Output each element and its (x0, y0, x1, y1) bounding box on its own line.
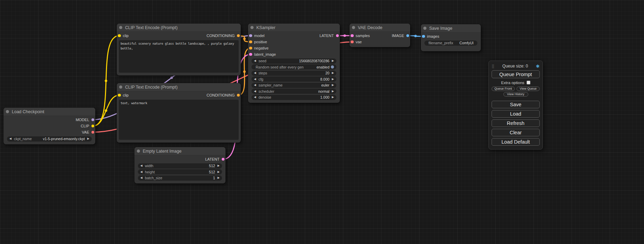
queue-menu-panel[interactable]: ⣿ Queue size: 0 ✱ Queue Prompt Extra opt… (488, 61, 543, 150)
slot-dot[interactable] (222, 158, 225, 161)
slot-dot[interactable] (91, 118, 95, 121)
input-slot-images[interactable]: images (422, 34, 439, 38)
collapse-dot-icon[interactable] (6, 110, 9, 113)
widget-height[interactable]: ◀ height 512 ▶ (138, 169, 222, 174)
node-clip-text-encode-negative[interactable]: CLIP Text Encode (Prompt) clip CONDITION… (117, 83, 241, 143)
node-header[interactable]: CLIP Text Encode (Prompt) (117, 24, 241, 32)
view-history-button[interactable]: View History (503, 92, 528, 97)
increment-arrow-icon[interactable]: ▶ (332, 60, 334, 62)
output-slot-conditioning[interactable]: CONDITIONING (206, 34, 240, 38)
slot-dot[interactable] (351, 40, 354, 44)
node-vae-decode[interactable]: VAE Decode samples IMAGE vae (350, 24, 410, 47)
queue-front-button[interactable]: Queue Front (492, 87, 515, 91)
node-graph-canvas[interactable]: Load Checkpoint MODEL CLIP VAE (0, 0, 644, 244)
slot-dot[interactable] (249, 40, 252, 44)
prev-arrow-icon[interactable]: ◀ (254, 84, 256, 87)
widget-cfg[interactable]: ◀ cfg 8.000 ▶ (252, 76, 336, 82)
input-slot-latent-image[interactable]: latent_image (249, 52, 276, 56)
drag-handle-icon[interactable]: ⣿ (492, 64, 494, 69)
save-button[interactable]: Save (492, 101, 540, 108)
increment-arrow-icon[interactable]: ▶ (218, 177, 220, 179)
increment-arrow-icon[interactable]: ▶ (218, 171, 220, 173)
queue-prompt-button[interactable]: Queue Prompt (492, 70, 540, 78)
decrement-arrow-icon[interactable]: ◀ (140, 171, 142, 173)
widget-width[interactable]: ◀ width 512 ▶ (138, 163, 222, 169)
output-slot-latent[interactable]: LATENT (205, 157, 224, 161)
node-header[interactable]: Load Checkpoint (3, 108, 95, 116)
slot-dot[interactable] (237, 94, 240, 97)
output-slot-model[interactable]: MODEL (76, 118, 94, 122)
node-clip-text-encode-positive[interactable]: CLIP Text Encode (Prompt) clip CONDITION… (117, 24, 241, 75)
slot-dot[interactable] (118, 94, 121, 97)
node-save-image[interactable]: Save Image images filename_prefix ComfyU… (421, 24, 481, 51)
widget-batch-size[interactable]: ◀ batch_size 1 ▶ (138, 175, 222, 181)
widget-filename-prefix[interactable]: filename_prefix ComfyUI (424, 40, 477, 46)
increment-arrow-icon[interactable]: ▶ (332, 96, 334, 99)
increment-arrow-icon[interactable]: ▶ (218, 164, 220, 167)
node-empty-latent-image[interactable]: Empty Latent Image LATENT ◀ width 512 ▶ … (134, 147, 226, 183)
next-arrow-icon[interactable]: ▶ (87, 137, 89, 140)
widget-sampler-name[interactable]: ◀ sampler_name euler ▶ (252, 83, 336, 88)
decrement-arrow-icon[interactable]: ◀ (140, 164, 142, 167)
widget-ckpt-name[interactable]: ◀ ckpt_name v1-5-pruned-emaonly.ckpt ▶ (7, 136, 92, 142)
slot-dot[interactable] (351, 34, 354, 37)
widget-steps[interactable]: ◀ steps 20 ▶ (252, 71, 336, 76)
next-arrow-icon[interactable]: ▶ (332, 84, 334, 87)
collapse-dot-icon[interactable] (352, 26, 355, 29)
node-header[interactable]: Save Image (421, 24, 481, 33)
node-ksampler[interactable]: KSampler model LATENT positive (248, 24, 340, 103)
output-slot-image[interactable]: IMAGE (392, 34, 409, 38)
output-slot-vae[interactable]: VAE (82, 130, 94, 134)
prompt-textarea[interactable]: text, watermark (119, 100, 239, 140)
node-header[interactable]: Empty Latent Image (134, 147, 226, 155)
load-default-button[interactable]: Load Default (492, 138, 540, 146)
slot-dot[interactable] (118, 34, 121, 37)
widget-denoise[interactable]: ◀ denoise 1.000 ▶ (252, 95, 336, 100)
decrement-arrow-icon[interactable]: ◀ (254, 78, 256, 81)
input-slot-clip[interactable]: clip (118, 93, 129, 97)
slot-dot[interactable] (422, 35, 425, 38)
decrement-arrow-icon[interactable]: ◀ (254, 96, 256, 99)
collapse-dot-icon[interactable] (137, 150, 140, 153)
decrement-arrow-icon[interactable]: ◀ (254, 72, 256, 74)
node-header[interactable]: VAE Decode (350, 24, 410, 32)
input-slot-clip[interactable]: clip (118, 34, 129, 38)
decrement-arrow-icon[interactable]: ◀ (254, 60, 256, 62)
load-button[interactable]: Load (492, 110, 540, 118)
slot-dot[interactable] (91, 125, 95, 128)
increment-arrow-icon[interactable]: ▶ (332, 78, 334, 81)
node-header[interactable]: CLIP Text Encode (Prompt) (117, 83, 241, 91)
settings-icon[interactable]: ✱ (536, 64, 540, 69)
collapse-dot-icon[interactable] (423, 27, 426, 30)
slot-dot[interactable] (249, 47, 252, 50)
collapse-dot-icon[interactable] (119, 85, 122, 89)
output-slot-latent[interactable]: LATENT (319, 34, 339, 38)
widget-random-seed-toggle[interactable]: Random seed after every gen enabled (252, 64, 336, 70)
prompt-textarea[interactable]: beautiful scenery nature glass bottle la… (119, 40, 239, 73)
slot-dot[interactable] (249, 34, 252, 37)
slot-dot[interactable] (91, 131, 95, 134)
toggle-dot-icon[interactable] (331, 65, 334, 69)
refresh-button[interactable]: Refresh (492, 119, 540, 127)
view-queue-button[interactable]: View Queue (517, 87, 540, 91)
prev-arrow-icon[interactable]: ◀ (9, 137, 11, 140)
input-slot-samples[interactable]: samples (351, 34, 370, 38)
output-slot-clip[interactable]: CLIP (81, 124, 94, 128)
decrement-arrow-icon[interactable]: ◀ (140, 177, 142, 179)
increment-arrow-icon[interactable]: ▶ (332, 72, 334, 74)
input-slot-vae[interactable]: vae (351, 40, 362, 44)
input-slot-model[interactable]: model (249, 34, 264, 38)
input-slot-positive[interactable]: positive (249, 40, 267, 44)
widget-scheduler[interactable]: ◀ scheduler normal ▶ (252, 89, 336, 94)
prev-arrow-icon[interactable]: ◀ (254, 90, 256, 93)
extra-options-checkbox[interactable] (527, 81, 530, 84)
slot-dot[interactable] (336, 34, 339, 37)
slot-dot[interactable] (406, 34, 409, 37)
node-load-checkpoint[interactable]: Load Checkpoint MODEL CLIP VAE (3, 108, 95, 144)
output-slot-conditioning[interactable]: CONDITIONING (206, 93, 240, 97)
slot-dot[interactable] (249, 53, 252, 56)
collapse-dot-icon[interactable] (119, 26, 122, 29)
collapse-dot-icon[interactable] (250, 26, 254, 29)
slot-dot[interactable] (237, 34, 240, 37)
input-slot-negative[interactable]: negative (249, 46, 268, 50)
